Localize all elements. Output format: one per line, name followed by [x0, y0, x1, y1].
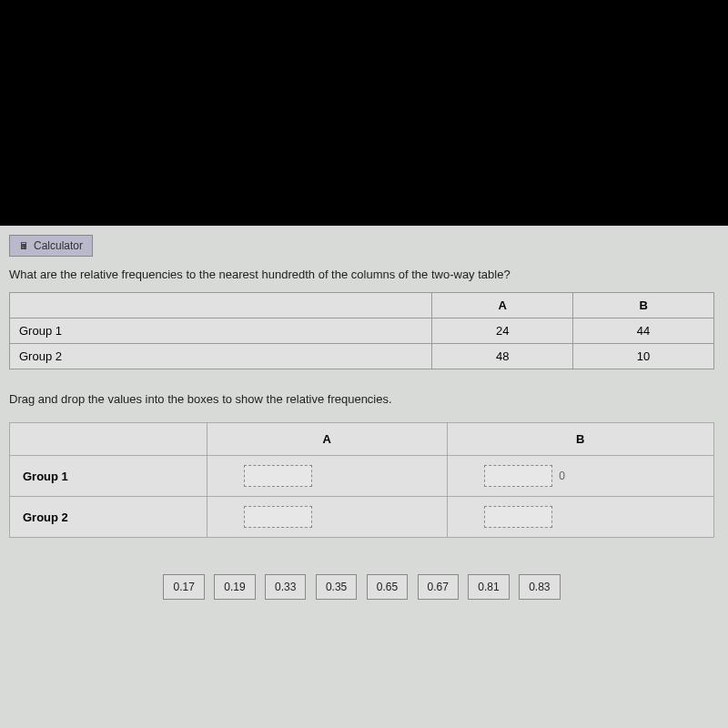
- answer-row-label: Group 2: [10, 497, 207, 538]
- data-table: A B Group 1 24 44 Group 2 48 10: [9, 292, 714, 369]
- table-header-row: A B: [10, 293, 714, 318]
- row-label: Group 2: [10, 344, 432, 369]
- header-col-b: B: [573, 293, 714, 318]
- answer-header-a: A: [207, 423, 447, 456]
- value-tile[interactable]: 0.35: [316, 574, 357, 600]
- table-row: Group 2 48 10: [10, 344, 714, 369]
- question-panel: 🖩 Calculator What are the relative frequ…: [0, 226, 728, 728]
- value-tile[interactable]: 0.65: [367, 574, 408, 600]
- value-bank: 0.17 0.19 0.33 0.35 0.65 0.67 0.81 0.83: [9, 574, 714, 600]
- answer-row: Group 2: [10, 497, 714, 538]
- instruction-text: Drag and drop the values into the boxes …: [9, 392, 714, 406]
- calculator-icon: 🖩: [19, 240, 29, 251]
- drop-cell-b2: [447, 497, 713, 538]
- answer-header-b: B: [447, 423, 713, 456]
- value-tile[interactable]: 0.19: [214, 574, 255, 600]
- answer-header-empty: [10, 423, 207, 456]
- drop-target[interactable]: [244, 465, 312, 487]
- question-text: What are the relative frequencies to the…: [9, 268, 714, 281]
- header-empty: [10, 293, 432, 318]
- drop-cell-a2: [207, 497, 447, 538]
- row-label: Group 1: [10, 318, 432, 344]
- drop-target[interactable]: [484, 465, 552, 487]
- drop-target[interactable]: [484, 506, 552, 528]
- table-row: Group 1 24 44: [10, 318, 714, 344]
- answer-header-row: A B: [10, 423, 714, 456]
- cell-value: 10: [573, 344, 714, 369]
- value-tile[interactable]: 0.81: [468, 574, 509, 600]
- answer-table: A B Group 1 0 Group 2: [9, 422, 714, 538]
- calculator-label: Calculator: [34, 239, 83, 252]
- value-tile[interactable]: 0.17: [163, 574, 204, 600]
- cell-value: 44: [573, 318, 714, 344]
- answer-row: Group 1 0: [10, 456, 714, 497]
- cell-value: 24: [432, 318, 573, 344]
- value-tile[interactable]: 0.67: [418, 574, 459, 600]
- header-col-a: A: [432, 293, 573, 318]
- answer-row-label: Group 1: [10, 456, 207, 497]
- zero-mark: 0: [559, 470, 565, 482]
- calculator-button[interactable]: 🖩 Calculator: [9, 235, 93, 257]
- drop-cell-b1: 0: [447, 456, 713, 497]
- cell-value: 48: [432, 344, 573, 369]
- value-tile[interactable]: 0.83: [519, 574, 560, 600]
- drop-cell-a1: [207, 456, 447, 497]
- drop-target[interactable]: [244, 506, 312, 528]
- value-tile[interactable]: 0.33: [265, 574, 306, 600]
